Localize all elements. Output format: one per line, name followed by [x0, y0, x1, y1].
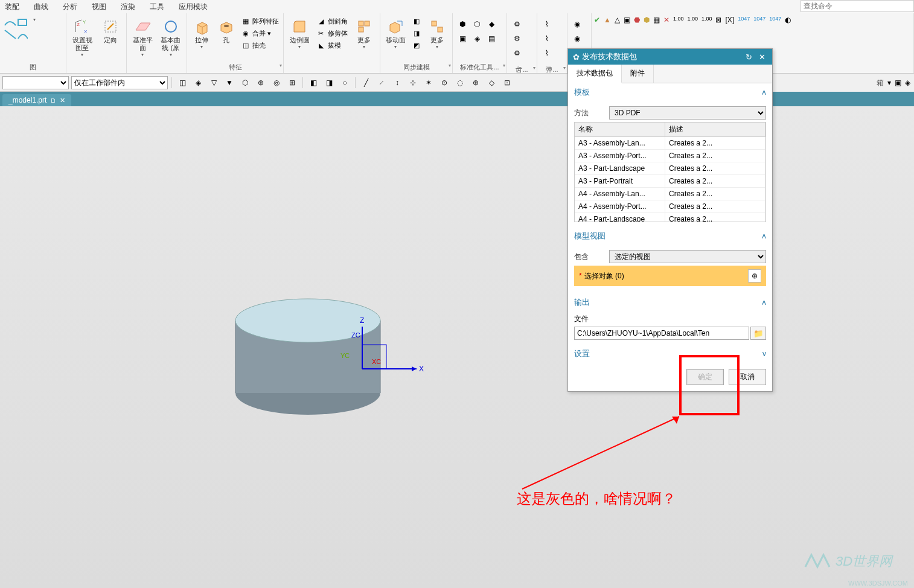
misc-tool-16[interactable]: 1047 [769, 16, 781, 22]
snap-6[interactable]: ⊙ [438, 76, 451, 89]
std-tool-3[interactable]: ◆ [485, 18, 497, 30]
sync-mini1[interactable]: ◧ [410, 16, 423, 27]
sel-filter-8[interactable]: ⊞ [286, 76, 299, 89]
snap-9[interactable]: ◇ [485, 76, 498, 89]
chamfer-button[interactable]: ◢倒斜角 [315, 16, 350, 27]
table-row[interactable]: A3 - Assembly-Port...Creates a 2... [575, 150, 765, 162]
sel-filter-5[interactable]: ⬡ [238, 76, 252, 89]
misc-tool-10[interactable]: 1.00 [687, 16, 698, 22]
close-tab-icon[interactable]: ✕ [60, 97, 65, 104]
snap-1[interactable]: ╱ [359, 76, 372, 89]
misc-tool-17[interactable]: ◐ [785, 16, 791, 24]
section-modelview-header[interactable]: 模型视图ʌ [568, 227, 772, 245]
gear-tool-1[interactable]: ⚙ [511, 18, 523, 30]
misc-tool-11[interactable]: 1.00 [701, 16, 712, 22]
snap-3[interactable]: ↕ [391, 76, 404, 89]
snap-2[interactable]: ⟋ [375, 76, 388, 89]
misc-tool-1[interactable]: ✔ [594, 16, 600, 24]
draft-button[interactable]: ◣拔模 [315, 40, 350, 51]
sel-tool-2[interactable]: ◨ [322, 76, 336, 89]
move-face-button[interactable]: 移动面▾ [383, 16, 409, 51]
table-row[interactable]: A4 - Part-LandscapeCreates a 2... [575, 213, 765, 222]
weld-tool-1[interactable]: ◉ [571, 18, 583, 30]
misc-tool-7[interactable]: ▦ [653, 16, 660, 24]
tab-tdp[interactable]: 技术数据包 [568, 65, 622, 83]
sketch-arc-icon[interactable] [4, 29, 28, 40]
sel-filter-6[interactable]: ⊕ [254, 76, 267, 89]
file-tab-model1[interactable]: _model1.prt 🗋 ✕ [2, 94, 71, 106]
table-row[interactable]: A4 - Assembly-Port...Creates a 2... [575, 200, 765, 213]
orient-button[interactable]: 定向 [97, 16, 124, 45]
misc-tool-13[interactable]: [X] [725, 16, 734, 24]
std-tool-1[interactable]: ⬢ [456, 18, 468, 30]
more-feature-button[interactable]: 更多▾ [351, 16, 378, 51]
target-icon[interactable]: ⊕ [748, 269, 761, 283]
misc-tool-6[interactable]: ⬢ [644, 16, 650, 24]
menu-assembly[interactable]: 装配 [5, 2, 19, 12]
section-output-header[interactable]: 输出ʌ [568, 293, 772, 312]
dialog-reset-icon[interactable]: ↻ [743, 51, 754, 62]
sketch-line-icon[interactable] [4, 17, 28, 28]
command-search-input[interactable] [801, 0, 914, 12]
menu-app[interactable]: 应用模块 [179, 2, 208, 12]
display-mode[interactable]: ▣ [895, 78, 901, 87]
spring-tool-2[interactable]: ⌇ [541, 33, 553, 45]
misc-tool-5[interactable]: ⬣ [634, 16, 640, 24]
std-tool-6[interactable]: ▤ [485, 33, 497, 45]
tab-attachments[interactable]: 附件 [622, 65, 654, 83]
gear-tool-3[interactable]: ⚙ [511, 47, 523, 59]
table-row[interactable]: A3 - Assembly-Lan...Creates a 2... [575, 137, 765, 150]
box-dd[interactable]: ▾ [887, 78, 891, 87]
selection-scope-1[interactable] [2, 76, 69, 89]
table-row[interactable]: A3 - Part-PortraitCreates a 2... [575, 175, 765, 188]
snap-5[interactable]: ✶ [422, 76, 435, 89]
snap-10[interactable]: ⊡ [500, 76, 514, 89]
sel-filter-1[interactable]: ◫ [176, 76, 189, 89]
file-path-input[interactable] [574, 327, 749, 340]
snap-7[interactable]: ◌ [453, 76, 467, 89]
hole-button[interactable]: 孔 [214, 16, 238, 45]
misc-tool-2[interactable]: ▲ [604, 16, 611, 24]
selection-scope-2[interactable]: 仅在工作部件内 [71, 76, 168, 89]
datum-plane-button[interactable]: 基准平面▾ [129, 16, 156, 59]
include-select[interactable]: 选定的视图 [609, 250, 766, 263]
misc-tool-4[interactable]: ▣ [624, 16, 630, 24]
misc-tool-15[interactable]: 1047 [753, 16, 765, 22]
menu-curve[interactable]: 曲线 [34, 2, 48, 12]
select-object-row[interactable]: * 选择对象 (0) ⊕ [574, 266, 766, 286]
weld-tool-2[interactable]: ◉ [571, 33, 583, 45]
section-template-header[interactable]: 模板ʌ [568, 83, 772, 101]
spring-tool-3[interactable]: ⌇ [541, 47, 553, 59]
table-row[interactable]: A4 - Assembly-Lan...Creates a 2... [575, 188, 765, 200]
more-sync-button[interactable]: 更多▾ [424, 16, 450, 51]
misc-tool-9[interactable]: 1.00 [673, 16, 684, 22]
misc-tool-3[interactable]: △ [615, 16, 620, 24]
surface-tool[interactable]: ◈ [905, 78, 910, 87]
sel-filter-7[interactable]: ◎ [270, 76, 283, 89]
std-tool-5[interactable]: ◈ [471, 33, 483, 45]
sel-tool-1[interactable]: ◧ [307, 76, 320, 89]
sel-filter-2[interactable]: ◈ [191, 76, 205, 89]
viewport-3d[interactable]: Z X XC YC ZC [0, 106, 914, 588]
snap-8[interactable]: ⊕ [469, 76, 482, 89]
sel-tool-3[interactable]: ○ [338, 76, 351, 89]
menu-view[interactable]: 视图 [92, 2, 106, 12]
gear-tool-2[interactable]: ⚙ [511, 33, 523, 45]
set-view-to-button[interactable]: ZYX 设置视 图至▾ [69, 16, 96, 59]
browse-button[interactable]: 📁 [750, 327, 766, 340]
misc-tool-12[interactable]: ⊠ [715, 16, 721, 24]
snap-4[interactable]: ⊹ [406, 76, 420, 89]
menu-analysis[interactable]: 分析 [63, 2, 77, 12]
dialog-titlebar[interactable]: ✿ 发布技术数据包 ↻ ✕ [568, 49, 772, 65]
std-tool-4[interactable]: ▣ [456, 33, 468, 45]
basic-curve-button[interactable]: 基本曲 线 (原▾ [158, 16, 185, 59]
dialog-close-icon[interactable]: ✕ [756, 51, 767, 62]
trim-body-button[interactable]: ✂修剪体 [315, 28, 350, 39]
sync-mini3[interactable]: ◩ [410, 40, 423, 51]
misc-tool-8[interactable]: ✕ [663, 16, 670, 24]
combine-button[interactable]: ◉合并 ▾ [239, 28, 281, 39]
cancel-button[interactable]: 取消 [729, 369, 766, 385]
sel-filter-3[interactable]: ▽ [207, 76, 220, 89]
menu-tools[interactable]: 工具 [150, 2, 164, 12]
extrude-button[interactable]: 拉伸▾ [190, 16, 213, 51]
